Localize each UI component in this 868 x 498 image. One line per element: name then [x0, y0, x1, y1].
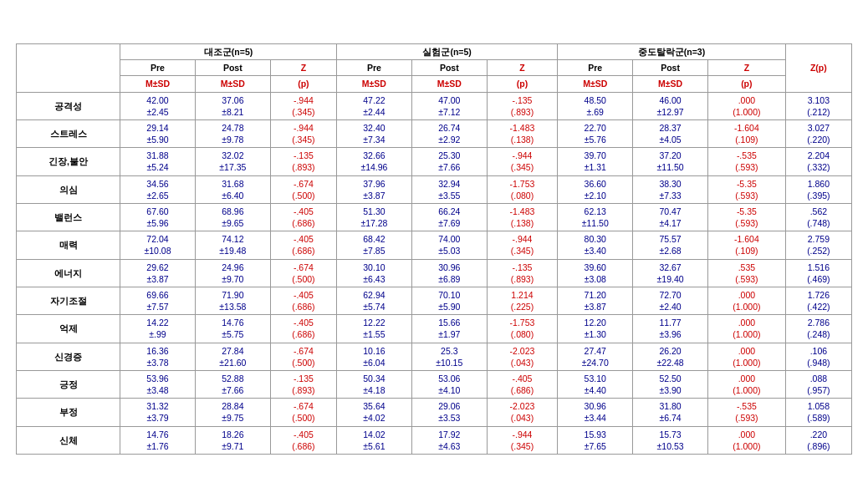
data-cell: .106 (.948)	[785, 343, 851, 370]
data-cell: 14.76 ±5.75	[195, 315, 270, 343]
data-cell: -.405 (.686)	[270, 426, 336, 454]
data-cell: 42.00 ±2.45	[120, 92, 196, 119]
data-cell: 31.68 ±6.40	[195, 175, 270, 203]
data-cell: 25.30 ±7.66	[411, 148, 487, 175]
data-cell: 2.759 (.252)	[785, 231, 851, 259]
data-cell: 1.516 (.469)	[785, 259, 851, 287]
data-cell: 26.20 ±22.48	[633, 343, 708, 370]
data-cell: 74.00 ±5.03	[411, 231, 487, 259]
row-label: 매력	[17, 231, 120, 259]
row-label: 억제	[17, 315, 120, 343]
data-cell: 70.47 ±4.17	[633, 203, 708, 231]
data-cell: 18.26 ±9.71	[195, 426, 270, 454]
data-cell: -.674 (.500)	[270, 175, 336, 203]
data-cell: -.674 (.500)	[270, 399, 336, 426]
data-cell: 12.22 ±1.55	[337, 315, 412, 343]
data-cell: -.944 (.345)	[270, 119, 336, 147]
table-row: 의심34.56 ±2.6531.68 ±6.40-.674 (.500)37.9…	[17, 175, 852, 203]
table-row: 매력72.04 ±10.0874.12 ±19.48-.405 (.686)68…	[17, 231, 852, 259]
data-cell: .088 (.957)	[785, 370, 851, 398]
table-body: 공격성42.00 ±2.4537.06 ±8.21-.944 (.345)47.…	[17, 92, 852, 454]
data-cell: 30.96 ±3.44	[558, 399, 633, 426]
data-cell: 46.00 ±12.97	[633, 92, 708, 119]
data-cell: 70.10 ±5.90	[411, 287, 487, 314]
data-cell: 35.64 ±4.02	[337, 399, 412, 426]
data-cell: 34.56 ±2.65	[120, 175, 196, 203]
data-cell: 52.88 ±7.66	[195, 370, 270, 398]
data-cell: 39.70 ±1.31	[558, 148, 633, 175]
data-cell: -2.023 (.043)	[487, 399, 558, 426]
table-row: 신경증16.36 ±3.7827.84 ±21.60-.674 (.500)10…	[17, 343, 852, 370]
data-cell: 15.66 ±1.97	[411, 315, 487, 343]
data-cell: 32.67 ±19.40	[633, 259, 708, 287]
drop-z-sub: (p)	[708, 76, 786, 92]
data-cell: 12.20 ±1.30	[558, 315, 633, 343]
data-cell: 2.786 (.248)	[785, 315, 851, 343]
data-cell: -5.35 (.593)	[708, 203, 786, 231]
row-label: 의심	[17, 175, 120, 203]
data-cell: -1.604 (.109)	[708, 119, 786, 147]
data-cell: 68.42 ±7.85	[337, 231, 412, 259]
ctrl-z-sub: (p)	[270, 76, 336, 92]
data-cell: 62.94 ±5.74	[337, 287, 412, 314]
data-cell: -5.35 (.593)	[708, 175, 786, 203]
exp-z-sub: (p)	[487, 76, 558, 92]
data-cell: 50.34 ±4.18	[337, 370, 412, 398]
data-cell: 3.027 (.220)	[785, 119, 851, 147]
row-label: 부정	[17, 399, 120, 426]
data-cell: 29.62 ±3.87	[120, 259, 196, 287]
data-cell: .000 (1.000)	[708, 426, 786, 454]
data-cell: 66.24 ±7.69	[411, 203, 487, 231]
data-cell: .000 (1.000)	[708, 343, 786, 370]
drop-pre-header: Pre	[558, 60, 633, 76]
data-cell: 75.57 ±2.68	[633, 231, 708, 259]
data-cell: 53.10 ±4.40	[558, 370, 633, 398]
row-label: 밸런스	[17, 203, 120, 231]
data-cell: 24.96 ±9.70	[195, 259, 270, 287]
data-cell: 31.80 ±6.74	[633, 399, 708, 426]
data-cell: 37.96 ±3.87	[337, 175, 412, 203]
zp-header: Z(p)	[785, 44, 851, 93]
ctrl-z-header: Z	[270, 60, 336, 76]
exp-group-header: 실험군(n=5)	[337, 44, 558, 60]
table-row: 공격성42.00 ±2.4537.06 ±8.21-.944 (.345)47.…	[17, 92, 852, 119]
data-cell: 28.37 ±4.05	[633, 119, 708, 147]
ctrl-pre-header: Pre	[120, 60, 196, 76]
data-cell: -.135 (.893)	[487, 259, 558, 287]
data-cell: 74.12 ±19.48	[195, 231, 270, 259]
data-cell: 72.70 ±2.40	[633, 287, 708, 314]
data-cell: 14.02 ±5.61	[337, 426, 412, 454]
data-cell: 39.60 ±3.08	[558, 259, 633, 287]
data-cell: -2.023 (.043)	[487, 343, 558, 370]
data-cell: 22.70 ±5.76	[558, 119, 633, 147]
data-cell: 11.77 ±3.96	[633, 315, 708, 343]
data-cell: 69.66 ±7.57	[120, 287, 196, 314]
data-cell: 71.20 ±3.87	[558, 287, 633, 314]
data-cell: -1.604 (.109)	[708, 231, 786, 259]
ctrl-group-header: 대조군(n=5)	[120, 44, 337, 60]
row-label: 신체	[17, 426, 120, 454]
data-cell: 28.84 ±9.75	[195, 399, 270, 426]
data-cell: 31.32 ±3.79	[120, 399, 196, 426]
data-cell: 29.14 ±5.90	[120, 119, 196, 147]
data-cell: -1.753 (.080)	[487, 315, 558, 343]
data-cell: 1.058 (.589)	[785, 399, 851, 426]
row-label: 에너지	[17, 259, 120, 287]
data-cell: -.674 (.500)	[270, 259, 336, 287]
data-cell: .220 (.896)	[785, 426, 851, 454]
data-cell: -.944 (.345)	[487, 426, 558, 454]
data-cell: 31.88 ±5.24	[120, 148, 196, 175]
data-cell: 3.103 (.212)	[785, 92, 851, 119]
sub-header-row: M±SD M±SD (p) M±SD M±SD (p) M±SD M±SD (p…	[17, 76, 852, 92]
ctrl-post-header: Post	[195, 60, 270, 76]
data-cell: 27.47 ±24.70	[558, 343, 633, 370]
data-cell: 15.93 ±7.65	[558, 426, 633, 454]
data-table: 대조군(n=5) 실험군(n=5) 중도탈락군(n=3) Z(p) Pre Po…	[16, 43, 852, 455]
data-cell: 47.00 ±7.12	[411, 92, 487, 119]
data-cell: 67.60 ±5.96	[120, 203, 196, 231]
col-header-row: Pre Post Z Pre Post Z Pre Post Z	[17, 60, 852, 76]
data-cell: 1.726 (.422)	[785, 287, 851, 314]
drop-z-header: Z	[708, 60, 786, 76]
data-cell: 37.20 ±11.50	[633, 148, 708, 175]
table-row: 신체14.76 ±1.7618.26 ±9.71-.405 (.686)14.0…	[17, 426, 852, 454]
